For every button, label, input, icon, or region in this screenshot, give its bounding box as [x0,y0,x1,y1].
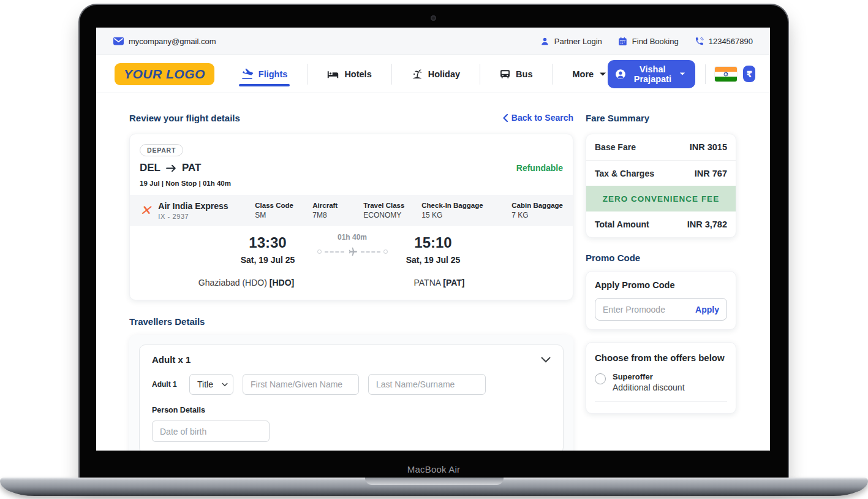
company-email: mycompany@gmail.com [113,37,216,46]
page-content: Review your flight details Back to Searc… [96,93,770,451]
depart-badge: DEPART [140,144,183,156]
flight-details-card: DEPART DEL PAT Refundable 19 Jul [129,134,573,300]
laptop-base-notch [365,478,504,485]
promo-code-input[interactable] [603,305,690,314]
tab-more[interactable]: More [571,63,608,85]
chevron-down-icon [222,383,228,387]
bed-icon [327,69,339,78]
macbook-air-label: MacBook Air [80,464,788,474]
superoffer-row: Superoffer Additional discount [595,372,727,392]
total-amount-row: Total Amount INR 3,782 [586,211,736,237]
user-circle-icon [615,69,626,80]
airline-info-strip: ✕ Air India Express IX - 2937 Class Code… [130,195,573,226]
zero-convenience-fee-banner: ZERO CONVENIENCE FEE [586,186,736,211]
app-screen: mycompany@gmail.com Partner Login Find B… [96,28,770,451]
calendar-icon [618,37,627,46]
arrow-right-icon [166,164,176,172]
ashoka-chakra [724,72,728,76]
departure-airport: Ghaziabad (HDO) [HDO] [179,278,314,288]
cabin-baggage-col: Cabin Baggage 7 KG [511,202,563,219]
find-booking[interactable]: Find Booking [618,37,679,46]
fare-summary-title: Fare Summary [586,113,649,123]
utility-bar: mycompany@gmail.com Partner Login Find B… [96,28,770,55]
route: DEL PAT [140,162,201,174]
chevron-down-icon [679,72,685,76]
bus-icon [500,69,510,79]
chevron-down-icon[interactable] [541,357,551,363]
airline-name: Air India Express [158,201,228,211]
adult-group-label: Adult x 1 [152,354,191,365]
nav-separator [480,64,480,85]
partner-login[interactable]: Partner Login [540,37,602,46]
chevron-down-icon [599,72,606,77]
arrival-airport: PATNA [PAT] [372,278,507,288]
palm-tree-icon [412,69,423,79]
person-details-label: Person Details [152,406,551,414]
nav-separator [307,64,308,85]
first-name-input[interactable] [243,374,359,395]
arrival-time-block: 15:10 Sat, 19 Jul 25 [387,234,479,265]
travellers-details-title: Travellers Details [129,316,573,327]
arrival-time: 15:10 [387,234,479,251]
travel-class-col: Travel Class ECONOMY [363,202,421,219]
india-flag-icon[interactable] [715,67,737,82]
flight-meta: 19 Jul | Non Stop | 01h 40m [140,180,563,187]
adult-accordion: Adult x 1 Adult 1 Title [139,345,564,451]
main-column: Review your flight details Back to Searc… [129,112,573,451]
page-title: Review your flight details [129,113,240,123]
offer-divider [595,401,727,407]
flight-number: IX - 2937 [158,213,228,220]
offer-name: Superoffer [613,372,685,381]
email-text: mycompany@gmail.com [129,37,216,46]
brand-logo[interactable]: YOUR LOGO [115,63,214,85]
tab-bus[interactable]: Bus [499,63,534,85]
person-icon [540,37,549,46]
promo-code-title: Promo Code [586,253,736,263]
nav-separator [391,64,392,85]
flight-path-graphic [312,246,392,257]
superoffer-radio[interactable] [595,373,606,384]
flights-icon [241,69,253,79]
promo-code-card: Apply Promo Code Apply [586,271,736,330]
chevron-left-icon [503,114,508,122]
tab-holiday[interactable]: Holiday [410,63,461,85]
apply-promo-title: Apply Promo Code [595,280,727,290]
nav-tabs: Flights Hotels Holiday [240,63,608,85]
plane-icon [347,246,358,257]
tab-flights[interactable]: Flights [240,63,289,85]
aircraft-col: Aircraft 7M8 [312,202,363,219]
currency-rupee-button[interactable]: ₹ [743,66,755,82]
user-account-button[interactable]: Vishal Prajapati [608,60,695,88]
sidebar-column: Fare Summary Base Fare INR 3015 Tax & Ch… [586,112,736,451]
offers-title: Choose from the offers below [595,352,727,363]
fare-summary-card: Base Fare INR 3015 Tax & Charges INR 767… [586,134,736,238]
departure-time-block: 13:30 Sat, 19 Jul 25 [222,234,314,265]
back-to-search-link[interactable]: Back to Search [503,113,573,123]
nav-separator [705,64,706,84]
checkin-baggage-col: Check-In Baggage 15 KG [421,202,511,219]
departure-date: Sat, 19 Jul 25 [222,255,314,265]
departure-time: 13:30 [222,234,314,251]
offer-description: Additional discount [613,383,685,392]
apply-promo-button[interactable]: Apply [695,305,719,314]
flight-times: 13:30 Sat, 19 Jul 25 01h 40m [130,226,573,300]
offers-card: Choose from the offers below Superoffer … [586,342,736,414]
arrival-date: Sat, 19 Jul 25 [387,255,479,265]
last-name-input[interactable] [368,374,486,395]
destination-code: PAT [182,162,201,174]
class-code-col: Class Code SM [255,202,312,219]
main-navbar: YOUR LOGO Flights Hotels [96,55,770,93]
refundable-badge: Refundable [516,163,563,173]
origin-code: DEL [140,162,160,174]
nav-separator [552,64,553,85]
webcam-dot [431,15,436,21]
base-fare-row: Base Fare INR 3015 [586,134,736,160]
phone-icon [695,37,704,46]
title-select[interactable]: Title [189,374,233,395]
support-phone[interactable]: 1234567890 [695,37,753,46]
date-of-birth-input[interactable] [152,421,270,442]
tab-hotels[interactable]: Hotels [326,63,372,85]
travellers-card: Adult x 1 Adult 1 Title [129,335,573,451]
adult-row-label: Adult 1 [152,380,180,389]
promo-input-group: Apply [595,298,727,321]
